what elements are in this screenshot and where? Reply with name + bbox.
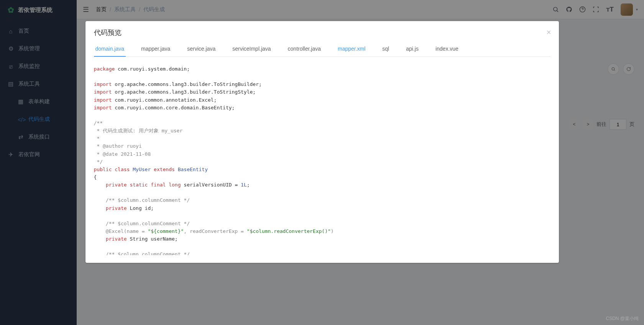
code-preview-modal: ✕ 代码预览 domain.java mapper.java service.j… — [85, 21, 559, 263]
modal-overlay[interactable]: ✕ 代码预览 domain.java mapper.java service.j… — [0, 0, 644, 325]
tab-serviceimpl-java[interactable]: serviceImpl.java — [231, 41, 272, 56]
tab-sql[interactable]: sql — [381, 41, 391, 56]
modal-title: 代码预览 — [94, 28, 550, 37]
close-icon[interactable]: ✕ — [546, 29, 551, 36]
watermark: CSDN @童小纯 — [606, 315, 639, 322]
tab-api-js[interactable]: api.js — [404, 41, 420, 56]
code-scroll[interactable]: package com.ruoyi.system.domain; import … — [94, 65, 550, 255]
tab-service-java[interactable]: service.java — [186, 41, 217, 56]
tab-index-vue[interactable]: index.vue — [434, 41, 460, 56]
tab-domain-java[interactable]: domain.java — [94, 41, 126, 56]
tab-mapper-xml[interactable]: mapper.xml — [336, 41, 367, 56]
code-tabs: domain.java mapper.java service.java ser… — [94, 41, 550, 57]
modal-header: 代码预览 — [85, 21, 559, 41]
modal-body: domain.java mapper.java service.java ser… — [85, 41, 559, 263]
tab-mapper-java[interactable]: mapper.java — [140, 41, 172, 56]
tab-controller-java[interactable]: controller.java — [286, 41, 322, 56]
code-content: package com.ruoyi.system.domain; import … — [94, 65, 546, 255]
